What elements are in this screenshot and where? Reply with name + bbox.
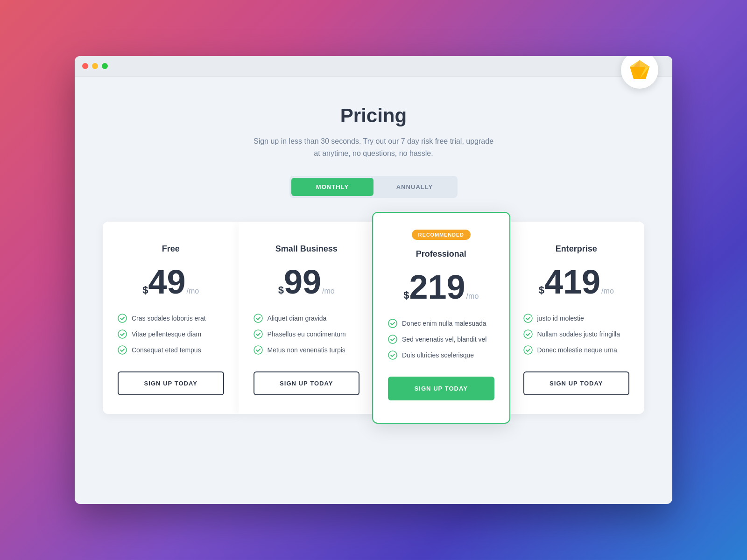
plan-card-free: Free $ 49 /mo Cras sodales lobortis erat [103,222,239,414]
svg-point-10 [118,330,127,338]
amount-free: 49 [148,265,185,299]
maximize-button[interactable] [102,63,108,69]
svg-point-19 [524,330,532,338]
check-icon [388,319,397,328]
recommended-badge: RECOMMENDED [412,230,471,240]
price-small-business: $ 99 /mo [254,265,360,299]
svg-point-13 [254,330,262,338]
feature-text: Aliquet diam gravida [268,315,327,322]
feature-text: Duis ultricies scelerisque [402,351,474,359]
currency-pro: $ [403,289,409,301]
feature-item: Sed venenatis vel, blandit vel [388,335,494,344]
svg-point-12 [254,314,262,322]
signup-button-free[interactable]: SIGN UP TODAY [118,371,224,395]
sketch-diamond-icon [628,58,651,82]
plan-name-professional: Professional [388,249,494,259]
svg-point-11 [118,346,127,354]
features-sb: Aliquet diam gravida Phasellus eu condim… [254,314,360,355]
page-title: Pricing [340,105,407,127]
period-ent: /mo [601,287,614,295]
currency-free: $ [142,284,148,296]
check-icon [523,345,533,355]
plan-card-professional: RECOMMENDED Professional $ 219 /mo [372,212,510,424]
plan-name-enterprise: Enterprise [523,244,630,254]
currency-sb: $ [278,284,284,296]
feature-item: Vitae pellentesque diam [118,329,224,339]
svg-point-16 [388,335,397,343]
billing-toggle: MONTHLY ANNUALLY [289,176,458,198]
features-free: Cras sodales lobortis erat Vitae pellent… [118,314,224,355]
amount-ent: 419 [544,265,600,299]
price-enterprise: $ 419 /mo [523,265,630,299]
check-icon [523,329,533,339]
feature-item: Phasellus eu condimentum [254,329,360,339]
feature-text: Nullam sodales justo fringilla [537,330,620,338]
features-professional: Donec enim nulla malesuada Sed venenatis… [388,319,494,360]
svg-point-9 [118,314,127,322]
check-icon [118,314,127,323]
amount-pro: 219 [409,270,465,304]
feature-item: Nullam sodales justo fringilla [523,329,630,339]
check-icon [388,335,397,344]
feature-item: Consequat eted tempus [118,345,224,355]
feature-item: justo id molestie [523,314,630,323]
feature-text: Cras sodales lobortis erat [132,315,206,322]
feature-item: Metus non venenatis turpis [254,345,360,355]
svg-marker-8 [630,60,649,67]
currency-ent: $ [539,284,544,296]
plan-card-small-business: Small Business $ 99 /mo Aliquet diam gra… [239,222,375,414]
check-icon [254,314,263,323]
feature-item: Donec molestie neque urna [523,345,630,355]
signup-button-professional[interactable]: SIGN UP TODAY [388,377,494,400]
close-button[interactable] [82,63,88,69]
feature-text: Donec enim nulla malesuada [402,320,486,327]
features-enterprise: justo id molestie Nullam sodales justo f… [523,314,630,355]
check-icon [118,345,127,355]
signup-button-enterprise[interactable]: SIGN UP TODAY [523,371,630,395]
check-icon [523,314,533,323]
feature-item: Duis ultricies scelerisque [388,350,494,360]
monthly-toggle[interactable]: MONTHLY [291,178,374,196]
feature-item: Cras sodales lobortis erat [118,314,224,323]
feature-text: Phasellus eu condimentum [268,330,346,338]
svg-point-17 [388,351,397,359]
traffic-lights [82,63,108,69]
amount-sb: 99 [284,265,321,299]
browser-window: Pricing Sign up in less than 30 seconds.… [75,56,672,504]
feature-text: Donec molestie neque urna [537,346,617,354]
plan-name-small-business: Small Business [254,244,360,254]
check-icon [254,345,263,355]
svg-point-20 [524,346,532,354]
period-sb: /mo [322,287,335,295]
feature-item: Aliquet diam gravida [254,314,360,323]
page-subtitle: Sign up in less than 30 seconds. Try out… [252,135,495,159]
svg-point-15 [388,319,397,328]
feature-text: Vitae pellentesque diam [132,330,201,338]
price-professional: $ 219 /mo [388,270,494,304]
pricing-cards: Free $ 49 /mo Cras sodales lobortis erat [103,221,644,414]
minimize-button[interactable] [92,63,98,69]
feature-text: justo id molestie [537,315,584,322]
period-free: /mo [187,287,199,295]
page-content: Pricing Sign up in less than 30 seconds.… [75,77,672,504]
period-pro: /mo [466,292,479,301]
svg-point-14 [254,346,262,354]
check-icon [388,350,397,360]
plan-name-free: Free [118,244,224,254]
plan-card-enterprise: Enterprise $ 419 /mo justo id molestie [508,222,645,414]
price-free: $ 49 /mo [118,265,224,299]
feature-text: Sed venenatis vel, blandit vel [402,336,486,343]
feature-text: Consequat eted tempus [132,346,201,354]
featured-header: RECOMMENDED Professional $ 219 /mo [388,230,494,304]
signup-button-small-business[interactable]: SIGN UP TODAY [254,371,360,395]
feature-text: Metus non venenatis turpis [268,346,345,354]
svg-point-18 [524,314,532,322]
feature-item: Donec enim nulla malesuada [388,319,494,328]
check-icon [118,329,127,339]
annually-toggle[interactable]: ANNUALLY [374,178,456,196]
check-icon [254,329,263,339]
title-bar [75,56,672,77]
